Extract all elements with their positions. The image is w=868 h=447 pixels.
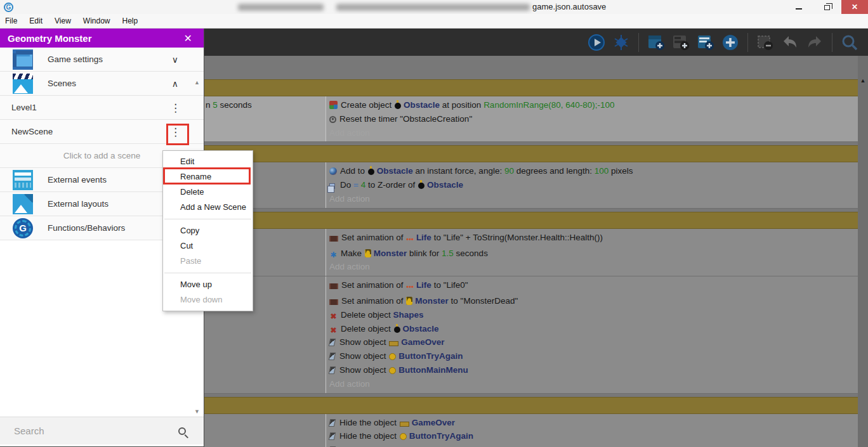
comment-row[interactable]: [204, 212, 858, 229]
chevron-up-icon[interactable]: ∧: [172, 72, 178, 96]
action-line[interactable]: Show object ButtonTryAgain: [329, 349, 858, 363]
debug-button[interactable]: [612, 33, 631, 52]
minimize-icon: [796, 8, 802, 10]
redo-button[interactable]: [805, 33, 824, 52]
action-line[interactable]: Set animation of Life to "Life" + ToStri…: [329, 231, 858, 247]
redacted-title-path: [238, 4, 324, 11]
item-menu-dots-icon[interactable]: ⋮: [170, 120, 181, 144]
action-text: Add to: [340, 166, 367, 176]
menu-view[interactable]: View: [55, 16, 78, 25]
action-line[interactable]: Do = 4 to Z-order of Obstacle: [329, 178, 858, 192]
action-line[interactable]: Add to Obstacle an instant force, angle:…: [329, 164, 858, 178]
action-line[interactable]: Reset the timer "ObstacleCreation": [329, 112, 858, 126]
minimize-button[interactable]: [784, 0, 813, 14]
restore-button[interactable]: [813, 0, 841, 14]
search-input[interactable]: [0, 425, 178, 436]
events-sheet[interactable]: n 5 secondsCreate object Obstacle at pos…: [204, 56, 858, 447]
search-icon: [178, 427, 186, 435]
add-comment-button[interactable]: [696, 33, 715, 52]
action-text: Do: [340, 180, 353, 190]
undo-button[interactable]: [780, 33, 799, 52]
search-button[interactable]: [840, 33, 859, 52]
sidebar-scroll-up-icon[interactable]: ▲: [194, 79, 200, 86]
button-thumb: [400, 433, 407, 440]
context-menu-item-move-down: Move down: [163, 292, 253, 308]
play-button[interactable]: [587, 33, 606, 52]
object-name: Monster: [374, 249, 407, 258]
action-text: pixels: [608, 166, 633, 176]
condition-line[interactable]: n 5 seconds: [206, 98, 326, 112]
title-bar: G game.json.autosave ✕: [0, 0, 868, 14]
bomb-thumb: [394, 327, 400, 333]
actions-cell[interactable]: Set animation of Life to "Life" + ToStri…: [326, 229, 858, 276]
action-line[interactable]: Create object Obstacle at position Rando…: [329, 98, 858, 112]
action-line[interactable]: Delete object Shapes: [329, 308, 858, 322]
action-line[interactable]: Set animation of Life to "Life0": [329, 278, 858, 294]
comment-row[interactable]: [204, 79, 858, 96]
context-menu-item-delete[interactable]: Delete: [163, 185, 253, 200]
object-name: Obstacle: [377, 166, 413, 176]
event-row[interactable]: Set animation of Life to "Life" + ToStri…: [204, 229, 858, 276]
add-action-link[interactable]: Add action: [329, 377, 858, 391]
conditions-cell[interactable]: [204, 414, 326, 447]
add-action-link[interactable]: Add action: [329, 126, 858, 140]
conditions-cell[interactable]: n 5 seconds: [204, 96, 326, 141]
scroll-up-icon[interactable]: ▲: [858, 77, 868, 84]
events-scrollbar[interactable]: ▲: [858, 56, 868, 447]
context-menu-item-rename[interactable]: Rename: [163, 169, 253, 185]
context-menu-item-move-up[interactable]: Move up: [163, 277, 253, 292]
context-menu-item-copy[interactable]: Copy: [163, 223, 253, 238]
bomb-thumb: [368, 169, 374, 175]
action-line[interactable]: Set animation of Monster to "MonsterDead…: [329, 294, 858, 308]
action-line[interactable]: Hide the object GameOver: [329, 416, 858, 430]
action-line[interactable]: Show object ButtonMainMenu: [329, 363, 858, 377]
add-event-button[interactable]: [647, 33, 666, 52]
sidebar-item-level1[interactable]: Level1⋮: [0, 96, 204, 120]
event-row[interactable]: Set animation of Life to "Life0"Set anim…: [204, 276, 858, 393]
context-menu-item-add-a-new-scene[interactable]: Add a New Scene: [163, 200, 253, 215]
add-action-link[interactable]: Add action: [329, 260, 858, 274]
menu-window[interactable]: Window: [83, 16, 117, 25]
add-subevent-button[interactable]: [671, 33, 690, 52]
sidebar-item-scenes[interactable]: Scenes∧: [0, 72, 204, 96]
event-row[interactable]: Hide the object GameOverHide the object …: [204, 414, 858, 447]
action-text: to "MonsterDead": [449, 296, 518, 306]
action-text: 90: [504, 166, 514, 176]
object-name: GameOver: [401, 337, 444, 347]
action-line[interactable]: Hide the object ButtonMainMenu: [329, 443, 858, 447]
comment-row[interactable]: [204, 145, 858, 162]
visibility-icon: [329, 432, 336, 440]
menu-edit[interactable]: Edit: [29, 16, 49, 25]
chevron-down-icon[interactable]: ∨: [172, 48, 178, 72]
action-line[interactable]: Hide the object ButtonTryAgain: [329, 429, 858, 443]
action-line[interactable]: Show object GameOver: [329, 335, 858, 349]
close-window-button[interactable]: ✕: [841, 0, 868, 14]
remove-event-button[interactable]: [756, 33, 775, 52]
event-row[interactable]: Add to Obstacle an instant force, angle:…: [204, 162, 858, 208]
actions-cell[interactable]: Create object Obstacle at position Rando…: [326, 96, 858, 141]
context-menu-item-cut[interactable]: Cut: [163, 238, 253, 254]
context-menu-item-edit[interactable]: Edit: [163, 154, 253, 169]
close-panel-icon[interactable]: ✕: [180, 32, 196, 44]
sidebar-scroll-down-icon[interactable]: ▼: [194, 408, 200, 415]
sidebar-item-newscene[interactable]: NewScene⋮: [0, 120, 204, 144]
actions-cell[interactable]: Set animation of Life to "Life0"Set anim…: [326, 276, 858, 392]
comment-row[interactable]: [204, 397, 858, 414]
action-text: to Z-order of: [365, 180, 418, 190]
action-text: Reset the timer "ObstacleCreation": [339, 114, 472, 124]
sidebar-item-game-settings[interactable]: Game settings∨: [0, 48, 204, 72]
item-menu-dots-icon[interactable]: ⋮: [170, 96, 181, 120]
sidebar-item-label: External events: [48, 175, 107, 185]
context-menu-item-paste: Paste: [163, 254, 253, 269]
add-action-link[interactable]: Add action: [329, 192, 858, 206]
action-line[interactable]: Make Monster blink for 1.5 seconds: [329, 247, 858, 261]
menu-file[interactable]: File: [5, 16, 24, 25]
object-name: GameOver: [412, 418, 455, 427]
actions-cell[interactable]: Hide the object GameOverHide the object …: [326, 414, 858, 447]
actions-cell[interactable]: Add to Obstacle an instant force, angle:…: [326, 162, 858, 207]
action-line[interactable]: Delete object Obstacle: [329, 322, 858, 336]
sidebar-item-label: Level1: [11, 103, 37, 112]
add-circle-button[interactable]: [721, 33, 740, 52]
event-row[interactable]: n 5 secondsCreate object Obstacle at pos…: [204, 96, 858, 142]
menu-help[interactable]: Help: [122, 16, 145, 25]
